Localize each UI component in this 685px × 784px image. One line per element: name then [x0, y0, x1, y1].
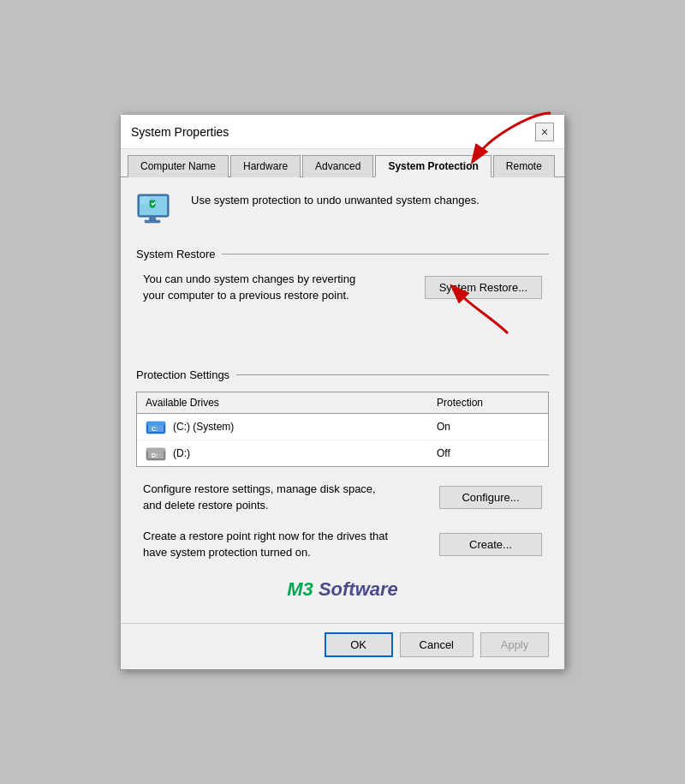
title-bar: System Properties ×	[121, 116, 564, 149]
drives-table: Available Drives Protection C: (C:) (Sys…	[136, 392, 549, 467]
tab-advanced[interactable]: Advanced	[302, 155, 373, 177]
svg-text:D:: D:	[152, 452, 158, 458]
svg-rect-5	[145, 220, 160, 223]
system-restore-button[interactable]: System Restore...	[425, 276, 542, 299]
computer-icon	[136, 189, 181, 234]
configure-area: Configure restore settings, manage disk …	[136, 481, 549, 514]
watermark-m3: M3	[287, 578, 313, 600]
tab-computer-name[interactable]: Computer Name	[128, 155, 229, 177]
system-properties-dialog: System Properties × Computer Name Hardwa…	[120, 115, 565, 670]
intro-section: Use system protection to undo unwanted s…	[136, 189, 549, 234]
drive-d-name: (D:)	[173, 447, 437, 459]
create-button[interactable]: Create...	[439, 533, 542, 556]
create-area: Create a restore point right now for the…	[136, 528, 549, 561]
section-divider	[222, 254, 549, 254]
drive-d-protection: Off	[437, 447, 539, 459]
ok-button[interactable]: OK	[325, 632, 393, 657]
system-restore-btn-container: System Restore...	[425, 276, 542, 299]
svg-text:C:: C:	[152, 426, 158, 432]
spacer1	[136, 321, 549, 368]
system-restore-label: System Restore	[136, 248, 215, 260]
footer-buttons: OK Cancel Apply	[121, 623, 564, 669]
watermark: M3 Software	[136, 578, 549, 601]
system-restore-description: You can undo system changes by reverting…	[143, 271, 355, 304]
tab-system-protection[interactable]: System Protection	[375, 155, 491, 177]
drive-c-icon: C:	[146, 419, 166, 434]
intro-text: Use system protection to undo unwanted s…	[191, 193, 480, 208]
table-row[interactable]: C: (C:) (System) On	[137, 414, 548, 440]
dialog-title: System Properties	[131, 125, 229, 139]
header-drives: Available Drives	[146, 397, 437, 409]
svg-rect-4	[149, 217, 156, 220]
header-protection: Protection	[437, 397, 539, 409]
svg-rect-3	[140, 197, 149, 204]
configure-button[interactable]: Configure...	[439, 486, 542, 509]
system-restore-header: System Restore	[136, 248, 549, 260]
create-text: Create a restore point right now for the…	[143, 528, 388, 561]
drive-c-name: (C:) (System)	[173, 421, 437, 433]
tab-remote[interactable]: Remote	[493, 155, 555, 177]
table-row[interactable]: D: (D:) Off	[137, 440, 548, 466]
protection-settings-header: Protection Settings	[136, 368, 549, 381]
close-button[interactable]: ×	[535, 123, 554, 141]
cancel-button[interactable]: Cancel	[400, 632, 474, 657]
tabs-container: Computer Name Hardware Advanced System P…	[121, 149, 564, 177]
system-restore-area: You can undo system changes by reverting…	[136, 271, 549, 304]
drive-c-protection: On	[437, 421, 539, 433]
protection-settings-label: Protection Settings	[136, 368, 229, 381]
tab-content: Use system protection to undo unwanted s…	[121, 177, 564, 623]
svg-rect-10	[146, 422, 165, 425]
svg-rect-14	[146, 448, 165, 452]
table-header: Available Drives Protection	[137, 392, 548, 414]
configure-text: Configure restore settings, manage disk …	[143, 481, 376, 514]
apply-button[interactable]: Apply	[480, 632, 549, 657]
tab-hardware[interactable]: Hardware	[230, 155, 301, 177]
drive-d-icon: D:	[146, 446, 166, 461]
section-divider2	[236, 374, 549, 375]
watermark-software: Software	[313, 578, 398, 600]
protection-settings-section: Protection Settings Available Drives Pro…	[136, 368, 549, 467]
